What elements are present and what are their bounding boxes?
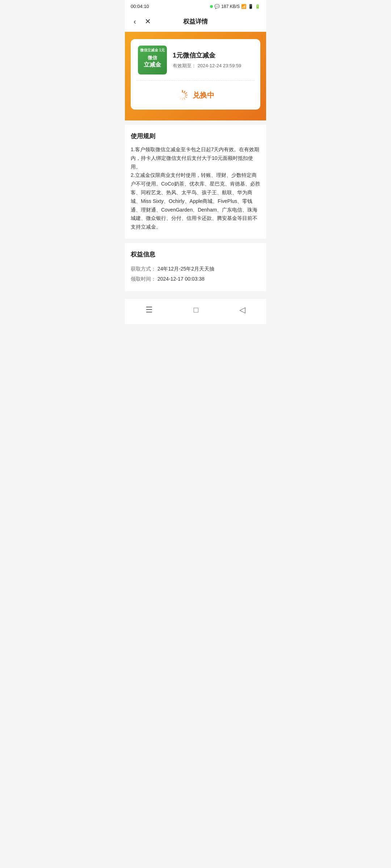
card-title: 1元微信立减金 [173,51,253,60]
benefits-time: 领取时间： 2024-12-17 00:03:38 [131,274,260,284]
time-label: 领取时间： [131,276,156,282]
svg-line-5 [184,98,185,99]
svg-line-2 [185,93,186,94]
svg-line-7 [180,98,181,99]
voucher-line1: 微信 [144,55,161,61]
rules-title: 使用规则 [131,132,260,140]
svg-line-8 [178,97,180,98]
card-top: 微信立减金 1元 微信 立减金 1元微信立减金 有效期至： 2024-12-24… [131,39,260,80]
dot-indicator [210,5,213,8]
svg-line-10 [178,93,180,94]
home-button[interactable]: □ [186,303,206,317]
voucher-label-left: 微信立减金 [140,48,158,53]
validity-date: 2024-12-24 23:59:59 [198,63,241,68]
wechat-icon: 💬 [214,4,220,9]
close-button[interactable]: ✕ [142,16,154,27]
status-time: 00:04:10 [131,4,149,9]
signal-icon: 📱 [248,4,253,9]
svg-line-11 [180,91,181,92]
page-header: ‹ ✕ 权益详情 [125,11,266,32]
time-value: 2024-12-17 00:03:38 [157,276,205,282]
card-validity: 有效期至： 2024-12-24 23:59:59 [173,63,253,69]
status-bar: 00:04:10 💬 187 KB/S 📶 📱 🔋 [125,0,266,11]
voucher-card: 微信立减金 1元 微信 立减金 1元微信立减金 有效期至： 2024-12-24… [131,39,260,110]
status-icons: 💬 187 KB/S 📶 📱 🔋 [210,4,260,9]
benefits-section: 权益信息 获取方式： 24年12月-25年2月天天抽 领取时间： 2024-12… [125,243,266,291]
voucher-icon: 微信立减金 1元 微信 立减金 [138,46,167,75]
banner-area: 微信立减金 1元 微信 立减金 1元微信立减金 有效期至： 2024-12-24… [125,32,266,120]
rules-content: 1.客户领取微信立减金至卡包之日起7天内有效。在有效期内，持卡人绑定微信支付后支… [131,145,260,231]
rules-section: 使用规则 1.客户领取微信立减金至卡包之日起7天内有效。在有效期内，持卡人绑定微… [125,125,266,239]
voucher-line2: 立减金 [144,61,161,69]
network-speed: 187 KB/S [221,4,240,9]
loading-spinner [177,89,188,101]
voucher-label-right: 1元 [159,48,165,53]
card-info: 1元微信立减金 有效期至： 2024-12-24 23:59:59 [173,51,253,69]
svg-line-4 [185,97,186,98]
card-redeem-area: 兑换中 [131,81,260,110]
benefits-method: 获取方式： 24年12月-25年2月天天抽 [131,264,260,274]
benefits-title: 权益信息 [131,250,260,259]
svg-line-1 [184,91,185,93]
battery-icon: 🔋 [255,4,260,9]
validity-label: 有效期至： [173,63,196,68]
back-button[interactable]: ‹ [131,16,139,27]
method-value: 24年12月-25年2月天天抽 [157,266,214,272]
menu-button[interactable]: ☰ [138,303,160,317]
bottom-nav: ☰ □ ◁ [125,298,266,324]
page-title: 权益详情 [183,17,208,26]
back-nav-button[interactable]: ◁ [232,303,253,317]
method-label: 获取方式： [131,266,156,272]
wifi-icon: 📶 [241,4,247,9]
redeem-text: 兑换中 [193,90,214,100]
